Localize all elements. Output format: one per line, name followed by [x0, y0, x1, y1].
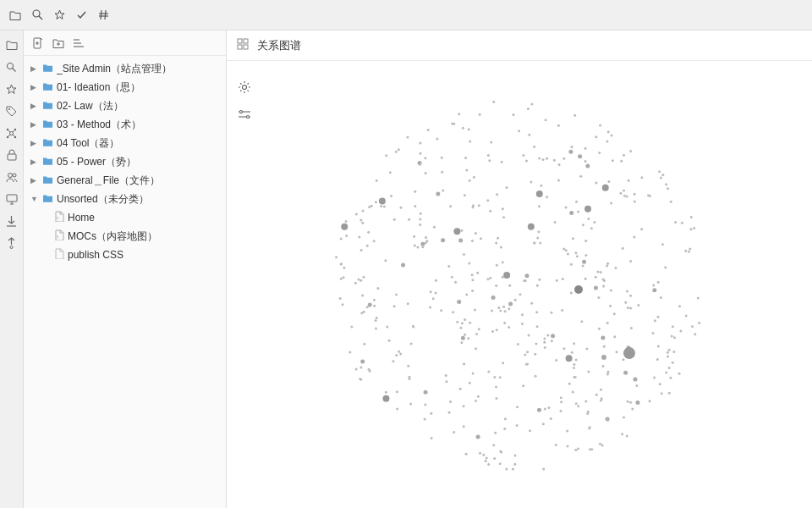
- svg-line-4: [105, 10, 106, 19]
- folder-open-icon[interactable]: [7, 7, 24, 24]
- content-header: 关系图谱: [227, 30, 812, 61]
- svg-line-1: [39, 16, 42, 19]
- svg-rect-42: [244, 45, 248, 49]
- new-file-icon[interactable]: [30, 36, 46, 51]
- sort-icon[interactable]: [71, 36, 86, 51]
- svg-rect-41: [238, 45, 242, 49]
- svg-rect-23: [7, 195, 17, 202]
- tree-item-mocs[interactable]: MOCs（内容地图）: [24, 227, 226, 246]
- file-tree-panel: ▶_Site Admin（站点管理）▶01- Ideation（思）▶02- L…: [24, 30, 227, 508]
- tree-item-site-admin[interactable]: ▶_Site Admin（站点管理）: [24, 59, 226, 78]
- tree-item-power[interactable]: ▶05 - Power（势）: [24, 152, 226, 171]
- hash-icon[interactable]: [95, 7, 112, 24]
- svg-point-22: [13, 174, 16, 177]
- check-icon[interactable]: [73, 7, 90, 24]
- tree-item-publish[interactable]: publish CSS: [24, 246, 226, 264]
- svg-line-18: [8, 135, 10, 136]
- tree-item-unsorted[interactable]: ▼Unsorted（未分类）: [24, 190, 226, 208]
- file-tree-items: ▶_Site Admin（站点管理）▶01- Ideation（思）▶02- L…: [24, 56, 226, 268]
- svg-line-17: [13, 130, 14, 132]
- tree-item-law[interactable]: ▶02- Law（法）: [24, 97, 226, 115]
- svg-point-10: [8, 108, 10, 110]
- sidebar-folder-icon[interactable]: [3, 36, 21, 54]
- tree-item-general-file[interactable]: ▶General＿File（文件）: [24, 171, 226, 190]
- search-icon[interactable]: [29, 7, 46, 24]
- tree-item-ideation[interactable]: ▶01- Ideation（思）: [24, 78, 226, 97]
- sidebar-download-icon[interactable]: [3, 212, 21, 230]
- content-body: [227, 61, 812, 508]
- sidebar-star-icon[interactable]: [3, 80, 21, 98]
- svg-line-19: [13, 135, 14, 136]
- main-content: 关系图谱: [227, 30, 812, 508]
- svg-point-12: [7, 128, 8, 130]
- sidebar-graph-icon[interactable]: [3, 124, 21, 142]
- graph-canvas: [240, 61, 798, 508]
- svg-point-28: [10, 246, 13, 249]
- top-toolbar: [0, 0, 812, 30]
- svg-rect-39: [238, 39, 242, 43]
- svg-point-7: [8, 63, 14, 69]
- svg-rect-40: [244, 39, 248, 43]
- file-tree-toolbar: [24, 30, 226, 56]
- svg-line-16: [8, 130, 10, 132]
- sidebar-people-icon[interactable]: [3, 168, 21, 186]
- sidebar-tag-icon[interactable]: [3, 102, 21, 120]
- star-icon[interactable]: [51, 7, 68, 24]
- svg-marker-2: [55, 10, 64, 19]
- new-folder-icon[interactable]: [51, 36, 66, 51]
- svg-rect-20: [8, 154, 16, 160]
- sidebar-lock-icon[interactable]: [3, 146, 21, 164]
- svg-point-15: [14, 135, 16, 137]
- sidebar-monitor-icon[interactable]: [3, 190, 21, 208]
- svg-point-14: [7, 135, 8, 137]
- grid-icon: [237, 38, 249, 52]
- svg-point-13: [14, 128, 16, 130]
- tree-item-tool[interactable]: ▶04 Tool（器）: [24, 134, 226, 152]
- svg-point-21: [8, 173, 12, 177]
- svg-line-8: [13, 68, 16, 71]
- sidebar-icons: [0, 30, 24, 508]
- sidebar-search-icon[interactable]: [3, 58, 21, 76]
- svg-point-0: [33, 10, 40, 17]
- svg-line-3: [101, 10, 102, 19]
- content-title: 关系图谱: [257, 38, 301, 53]
- tree-item-method[interactable]: ▶03 - Method（术）: [24, 115, 226, 134]
- main-layout: ▶_Site Admin（站点管理）▶01- Ideation（思）▶02- L…: [0, 30, 812, 508]
- tree-item-home[interactable]: Home: [24, 208, 226, 227]
- svg-marker-9: [7, 85, 16, 94]
- svg-point-11: [10, 131, 14, 135]
- sidebar-send-icon[interactable]: [3, 234, 21, 252]
- graph-container[interactable]: [227, 61, 812, 508]
